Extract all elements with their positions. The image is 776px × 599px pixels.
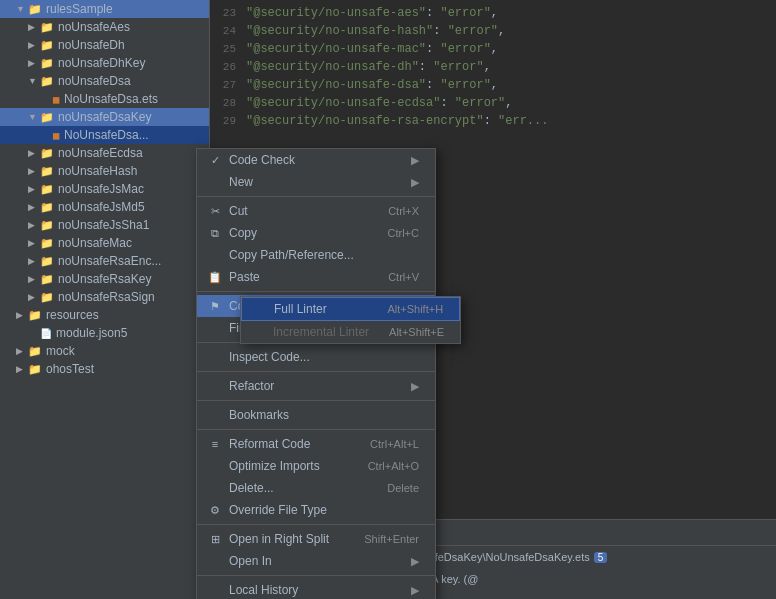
context-menu: ✓ Code Check ▶ New ▶ ✂ Cut Ctrl+X ⧉ Copy… bbox=[196, 148, 436, 599]
sidebar-item-noUnsafeDsa[interactable]: ▼ 📁 noUnsafeDsa bbox=[0, 72, 209, 90]
sidebar-item-noUnsafeDh[interactable]: ▶ 📁 noUnsafeDh bbox=[0, 36, 209, 54]
sidebar-item-noUnsafeJsMac[interactable]: ▶ 📁 noUnsafeJsMac bbox=[0, 180, 209, 198]
sidebar-item-noUnsafeRsaSign[interactable]: ▶ 📁 noUnsafeRsaSign bbox=[0, 288, 209, 306]
menu-item-new[interactable]: New ▶ bbox=[197, 171, 435, 193]
menu-item-incremental-linter[interactable]: Incremental Linter Alt+Shift+E bbox=[241, 321, 460, 343]
folder-icon: 📁 bbox=[28, 345, 42, 358]
line-code: "@security/no-unsafe-ecdsa": "error", bbox=[246, 96, 512, 110]
tree-arrow: ▶ bbox=[28, 40, 38, 50]
tree-arrow: ▶ bbox=[28, 256, 38, 266]
menu-item-local-history[interactable]: Local History ▶ bbox=[197, 579, 435, 599]
tree-arrow: ▶ bbox=[28, 274, 38, 284]
line-number: 28 bbox=[210, 97, 246, 109]
menu-item-open-right-split[interactable]: ⊞ Open in Right Split Shift+Enter bbox=[197, 528, 435, 550]
copy-icon: ⧉ bbox=[207, 227, 223, 240]
submenu-arrow-icon: ▶ bbox=[401, 584, 419, 597]
menu-item-inspect-code[interactable]: Inspect Code... bbox=[197, 346, 435, 368]
sidebar-item-label: noUnsafeJsMd5 bbox=[58, 200, 145, 214]
menu-item-copy-path[interactable]: Copy Path/Reference... bbox=[197, 244, 435, 266]
menu-item-copy[interactable]: ⧉ Copy Ctrl+C bbox=[197, 222, 435, 244]
ets-file-icon: ◼ bbox=[52, 94, 60, 105]
sidebar-item-noUnsafeAes[interactable]: ▶ 📁 noUnsafeAes bbox=[0, 18, 209, 36]
sidebar-item-noUnsafeDhKey[interactable]: ▶ 📁 noUnsafeDhKey bbox=[0, 54, 209, 72]
sidebar-item-NoUnsafeDsaKey-ets[interactable]: ◼ NoUnsafeDsa... bbox=[0, 126, 209, 144]
folder-icon: 📁 bbox=[40, 21, 54, 34]
code-line: 27 "@security/no-unsafe-dsa": "error", bbox=[210, 76, 776, 94]
menu-item-full-linter[interactable]: Full Linter Alt+Shift+H bbox=[241, 297, 460, 321]
menu-item-label: Full Linter bbox=[274, 302, 327, 316]
sidebar-item-label: mock bbox=[46, 344, 75, 358]
sidebar-item-mock[interactable]: ▶ 📁 mock bbox=[0, 342, 209, 360]
folder-icon: 📁 bbox=[40, 201, 54, 214]
menu-item-label: Paste bbox=[229, 270, 260, 284]
line-code: "@security/no-unsafe-hash": "error", bbox=[246, 24, 505, 38]
line-number: 23 bbox=[210, 7, 246, 19]
code-line: 26 "@security/no-unsafe-dh": "error", bbox=[210, 58, 776, 76]
menu-item-label: Override File Type bbox=[229, 503, 327, 517]
sidebar-item-noUnsafeJsSha1[interactable]: ▶ 📁 noUnsafeJsSha1 bbox=[0, 216, 209, 234]
menu-item-optimize-imports[interactable]: Optimize Imports Ctrl+Alt+O bbox=[197, 455, 435, 477]
submenu-arrow-icon: ▶ bbox=[401, 380, 419, 393]
folder-icon: 📁 bbox=[40, 39, 54, 52]
menu-item-reformat-code[interactable]: ≡ Reformat Code Ctrl+Alt+L bbox=[197, 433, 435, 455]
sidebar-item-ohosTest[interactable]: ▶ 📁 ohosTest bbox=[0, 360, 209, 378]
menu-item-refactor[interactable]: Refactor ▶ bbox=[197, 375, 435, 397]
folder-icon: 📁 bbox=[28, 363, 42, 376]
line-number: 27 bbox=[210, 79, 246, 91]
sidebar-item-noUnsafeMac[interactable]: ▶ 📁 noUnsafeMac bbox=[0, 234, 209, 252]
menu-item-override-file-type[interactable]: ⚙ Override File Type bbox=[197, 499, 435, 521]
line-number: 29 bbox=[210, 115, 246, 127]
open-split-icon: ⊞ bbox=[207, 533, 223, 546]
menu-item-cut[interactable]: ✂ Cut Ctrl+X bbox=[197, 200, 435, 222]
code-line: 28 "@security/no-unsafe-ecdsa": "error", bbox=[210, 94, 776, 112]
line-code: "@security/no-unsafe-dh": "error", bbox=[246, 60, 491, 74]
menu-item-label: Incremental Linter bbox=[273, 325, 369, 339]
folder-icon: 📁 bbox=[40, 183, 54, 196]
sidebar-item-noUnsafeJsMd5[interactable]: ▶ 📁 noUnsafeJsMd5 bbox=[0, 198, 209, 216]
shortcut-label: Ctrl+X bbox=[368, 205, 419, 217]
line-code: "@security/no-unsafe-aes": "error", bbox=[246, 6, 498, 20]
paste-icon: 📋 bbox=[207, 271, 223, 284]
code-line: 23 "@security/no-unsafe-aes": "error", bbox=[210, 4, 776, 22]
sidebar-item-label: noUnsafeHash bbox=[58, 164, 137, 178]
menu-separator bbox=[197, 575, 435, 576]
sidebar-item-label: NoUnsafeDsa... bbox=[64, 128, 149, 142]
shortcut-label: Ctrl+C bbox=[368, 227, 419, 239]
shortcut-label: Alt+Shift+H bbox=[367, 303, 443, 315]
line-code: "@security/no-unsafe-dsa": "error", bbox=[246, 78, 498, 92]
sidebar-item-noUnsafeHash[interactable]: ▶ 📁 noUnsafeHash bbox=[0, 162, 209, 180]
menu-item-label: Bookmarks bbox=[229, 408, 289, 422]
folder-icon: 📁 bbox=[40, 111, 54, 124]
sidebar-item-resources[interactable]: ▶ 📁 resources bbox=[0, 306, 209, 324]
sidebar-item-label: module.json5 bbox=[56, 326, 127, 340]
menu-item-label: Cut bbox=[229, 204, 248, 218]
menu-item-delete[interactable]: Delete... Delete bbox=[197, 477, 435, 499]
tree-arrow: ▶ bbox=[28, 58, 38, 68]
menu-separator bbox=[197, 196, 435, 197]
menu-item-code-check[interactable]: ✓ Code Check ▶ bbox=[197, 149, 435, 171]
menu-item-bookmarks[interactable]: Bookmarks bbox=[197, 404, 435, 426]
menu-separator bbox=[197, 400, 435, 401]
tree-arrow: ▼ bbox=[28, 112, 38, 122]
shortcut-label: Shift+Enter bbox=[344, 533, 419, 545]
menu-item-open-in[interactable]: Open In ▶ bbox=[197, 550, 435, 572]
sidebar-item-noUnsafeRsaEnc[interactable]: ▶ 📁 noUnsafeRsaEnc... bbox=[0, 252, 209, 270]
menu-separator bbox=[197, 429, 435, 430]
menu-item-label: Open in Right Split bbox=[229, 532, 329, 546]
submenu-arrow-icon: ▶ bbox=[401, 555, 419, 568]
folder-icon: 📁 bbox=[40, 219, 54, 232]
line-number: 25 bbox=[210, 43, 246, 55]
sidebar-item-module-json5[interactable]: 📄 module.json5 bbox=[0, 324, 209, 342]
sidebar-item-rulesSample[interactable]: ▼ 📁 rulesSample bbox=[0, 0, 209, 18]
sidebar-item-label: noUnsafeRsaKey bbox=[58, 272, 151, 286]
sidebar-item-noUnsafeRsaKey[interactable]: ▶ 📁 noUnsafeRsaKey bbox=[0, 270, 209, 288]
tree-arrow: ▼ bbox=[28, 76, 38, 86]
sidebar-item-noUnsafeEcdsa[interactable]: ▶ 📁 noUnsafeEcdsa bbox=[0, 144, 209, 162]
sidebar-item-label: rulesSample bbox=[46, 2, 113, 16]
code-linter-submenu: Full Linter Alt+Shift+H Incremental Lint… bbox=[240, 296, 461, 344]
code-line: 25 "@security/no-unsafe-mac": "error", bbox=[210, 40, 776, 58]
menu-item-paste[interactable]: 📋 Paste Ctrl+V bbox=[197, 266, 435, 288]
editor-content: 23 "@security/no-unsafe-aes": "error", 2… bbox=[210, 0, 776, 134]
sidebar-item-NoUnsafeDsa-ets[interactable]: ◼ NoUnsafeDsa.ets bbox=[0, 90, 209, 108]
sidebar-item-noUnsafeDsaKey[interactable]: ▼ 📁 noUnsafeDsaKey bbox=[0, 108, 209, 126]
